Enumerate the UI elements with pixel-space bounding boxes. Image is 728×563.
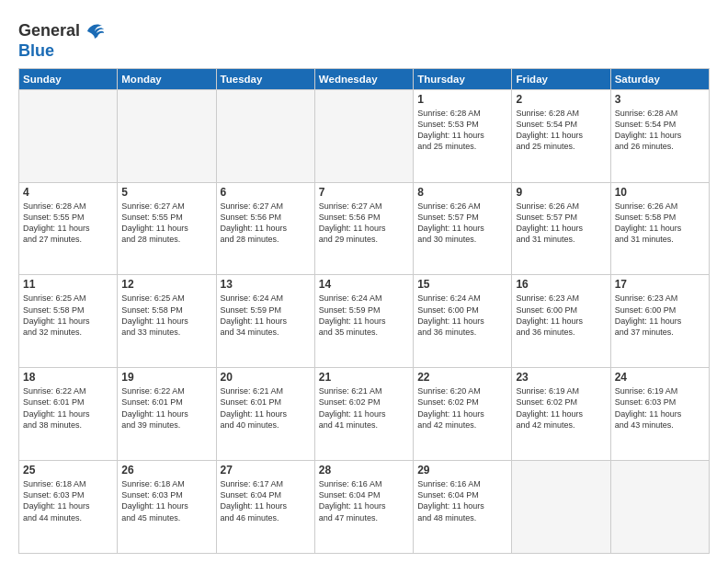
week-row-1: 4Sunrise: 6:28 AM Sunset: 5:55 PM Daylig… — [19, 182, 710, 275]
weekday-wednesday: Wednesday — [314, 68, 413, 89]
day-number: 26 — [121, 464, 211, 477]
day-info: Sunrise: 6:17 AM Sunset: 6:04 PM Dayligh… — [221, 478, 311, 523]
day-info: Sunrise: 6:28 AM Sunset: 5:54 PM Dayligh… — [615, 108, 705, 153]
day-number: 15 — [417, 278, 507, 291]
day-cell: 11Sunrise: 6:25 AM Sunset: 5:58 PM Dayli… — [19, 275, 118, 368]
day-info: Sunrise: 6:21 AM Sunset: 6:01 PM Dayligh… — [221, 385, 311, 431]
day-number: 6 — [221, 186, 311, 199]
day-info: Sunrise: 6:28 AM Sunset: 5:55 PM Dayligh… — [23, 201, 113, 246]
day-info: Sunrise: 6:27 AM Sunset: 5:55 PM Dayligh… — [121, 201, 211, 246]
day-number: 12 — [121, 278, 211, 291]
day-number: 10 — [615, 186, 705, 199]
day-cell: 13Sunrise: 6:24 AM Sunset: 5:59 PM Dayli… — [216, 275, 314, 368]
day-cell: 1Sunrise: 6:28 AM Sunset: 5:53 PM Daylig… — [414, 89, 512, 182]
day-info: Sunrise: 6:27 AM Sunset: 5:56 PM Dayligh… — [221, 201, 311, 246]
day-info: Sunrise: 6:28 AM Sunset: 5:54 PM Dayligh… — [516, 108, 606, 153]
day-info: Sunrise: 6:22 AM Sunset: 6:01 PM Dayligh… — [23, 385, 113, 431]
weekday-tuesday: Tuesday — [216, 68, 314, 89]
day-cell — [216, 89, 314, 182]
day-cell: 22Sunrise: 6:20 AM Sunset: 6:02 PM Dayli… — [414, 368, 512, 461]
day-info: Sunrise: 6:23 AM Sunset: 6:00 PM Dayligh… — [516, 293, 606, 338]
weekday-thursday: Thursday — [414, 68, 512, 89]
day-info: Sunrise: 6:18 AM Sunset: 6:03 PM Dayligh… — [121, 478, 211, 523]
day-cell: 27Sunrise: 6:17 AM Sunset: 6:04 PM Dayli… — [216, 461, 314, 554]
day-cell: 29Sunrise: 6:16 AM Sunset: 6:04 PM Dayli… — [414, 461, 512, 554]
day-cell — [118, 89, 216, 182]
day-info: Sunrise: 6:16 AM Sunset: 6:04 PM Dayligh… — [417, 478, 507, 523]
weekday-saturday: Saturday — [610, 68, 709, 89]
day-cell: 14Sunrise: 6:24 AM Sunset: 5:59 PM Dayli… — [314, 275, 413, 368]
day-number: 9 — [516, 186, 606, 199]
day-info: Sunrise: 6:21 AM Sunset: 6:02 PM Dayligh… — [319, 385, 409, 431]
day-cell: 7Sunrise: 6:27 AM Sunset: 5:56 PM Daylig… — [314, 182, 413, 275]
logo-text-blue: Blue — [18, 42, 54, 61]
day-number: 22 — [417, 371, 507, 384]
day-cell: 19Sunrise: 6:22 AM Sunset: 6:01 PM Dayli… — [118, 368, 216, 461]
day-cell: 15Sunrise: 6:24 AM Sunset: 6:00 PM Dayli… — [414, 275, 512, 368]
day-cell — [19, 89, 118, 182]
day-info: Sunrise: 6:27 AM Sunset: 5:56 PM Dayligh… — [319, 201, 409, 246]
day-number: 18 — [23, 371, 113, 384]
day-cell: 8Sunrise: 6:26 AM Sunset: 5:57 PM Daylig… — [414, 182, 512, 275]
day-info: Sunrise: 6:25 AM Sunset: 5:58 PM Dayligh… — [23, 293, 113, 338]
day-info: Sunrise: 6:26 AM Sunset: 5:58 PM Dayligh… — [615, 201, 705, 246]
day-number: 2 — [516, 93, 606, 106]
day-cell: 23Sunrise: 6:19 AM Sunset: 6:02 PM Dayli… — [512, 368, 610, 461]
day-info: Sunrise: 6:20 AM Sunset: 6:02 PM Dayligh… — [417, 385, 507, 431]
day-number: 5 — [121, 186, 211, 199]
header: General Blue — [18, 15, 710, 61]
day-info: Sunrise: 6:28 AM Sunset: 5:53 PM Dayligh… — [417, 108, 507, 153]
day-number: 17 — [615, 278, 705, 291]
day-cell: 24Sunrise: 6:19 AM Sunset: 6:03 PM Dayli… — [610, 368, 709, 461]
day-number: 27 — [221, 464, 311, 477]
day-info: Sunrise: 6:19 AM Sunset: 6:02 PM Dayligh… — [516, 385, 606, 431]
day-number: 20 — [221, 371, 311, 384]
day-number: 29 — [417, 464, 507, 477]
day-cell: 3Sunrise: 6:28 AM Sunset: 5:54 PM Daylig… — [610, 89, 709, 182]
page: General Blue SundayMondayTuesdayWednesda… — [0, 0, 728, 563]
day-cell: 28Sunrise: 6:16 AM Sunset: 6:04 PM Dayli… — [314, 461, 413, 554]
week-row-4: 25Sunrise: 6:18 AM Sunset: 6:03 PM Dayli… — [19, 461, 710, 554]
day-info: Sunrise: 6:24 AM Sunset: 5:59 PM Dayligh… — [319, 293, 409, 338]
day-number: 4 — [23, 186, 113, 199]
day-number: 13 — [221, 278, 311, 291]
day-cell: 12Sunrise: 6:25 AM Sunset: 5:58 PM Dayli… — [118, 275, 216, 368]
day-number: 28 — [319, 464, 409, 477]
day-number: 3 — [615, 93, 705, 106]
day-cell: 2Sunrise: 6:28 AM Sunset: 5:54 PM Daylig… — [512, 89, 610, 182]
day-cell — [314, 89, 413, 182]
day-cell: 25Sunrise: 6:18 AM Sunset: 6:03 PM Dayli… — [19, 461, 118, 554]
day-number: 11 — [23, 278, 113, 291]
day-number: 8 — [417, 186, 507, 199]
day-cell: 9Sunrise: 6:26 AM Sunset: 5:57 PM Daylig… — [512, 182, 610, 275]
day-cell: 26Sunrise: 6:18 AM Sunset: 6:03 PM Dayli… — [118, 461, 216, 554]
day-cell: 21Sunrise: 6:21 AM Sunset: 6:02 PM Dayli… — [314, 368, 413, 461]
weekday-header-row: SundayMondayTuesdayWednesdayThursdayFrid… — [19, 68, 710, 89]
day-number: 25 — [23, 464, 113, 477]
weekday-monday: Monday — [118, 68, 216, 89]
day-info: Sunrise: 6:24 AM Sunset: 6:00 PM Dayligh… — [417, 293, 507, 338]
day-info: Sunrise: 6:26 AM Sunset: 5:57 PM Dayligh… — [516, 201, 606, 246]
day-cell: 18Sunrise: 6:22 AM Sunset: 6:01 PM Dayli… — [19, 368, 118, 461]
logo: General Blue — [18, 18, 108, 61]
day-info: Sunrise: 6:25 AM Sunset: 5:58 PM Dayligh… — [121, 293, 211, 338]
day-cell: 20Sunrise: 6:21 AM Sunset: 6:01 PM Dayli… — [216, 368, 314, 461]
week-row-2: 11Sunrise: 6:25 AM Sunset: 5:58 PM Dayli… — [19, 275, 710, 368]
day-cell: 16Sunrise: 6:23 AM Sunset: 6:00 PM Dayli… — [512, 275, 610, 368]
day-number: 19 — [121, 371, 211, 384]
day-number: 7 — [319, 186, 409, 199]
day-number: 16 — [516, 278, 606, 291]
day-number: 24 — [615, 371, 705, 384]
day-cell: 6Sunrise: 6:27 AM Sunset: 5:56 PM Daylig… — [216, 182, 314, 275]
day-info: Sunrise: 6:18 AM Sunset: 6:03 PM Dayligh… — [23, 478, 113, 523]
day-cell: 17Sunrise: 6:23 AM Sunset: 6:00 PM Dayli… — [610, 275, 709, 368]
day-info: Sunrise: 6:26 AM Sunset: 5:57 PM Dayligh… — [417, 201, 507, 246]
day-cell — [512, 461, 610, 554]
day-cell: 10Sunrise: 6:26 AM Sunset: 5:58 PM Dayli… — [610, 182, 709, 275]
day-number: 23 — [516, 371, 606, 384]
logo-text-general: General — [18, 22, 80, 40]
weekday-sunday: Sunday — [19, 68, 118, 89]
day-info: Sunrise: 6:24 AM Sunset: 5:59 PM Dayligh… — [221, 293, 311, 338]
week-row-0: 1Sunrise: 6:28 AM Sunset: 5:53 PM Daylig… — [19, 89, 710, 182]
day-number: 14 — [319, 278, 409, 291]
